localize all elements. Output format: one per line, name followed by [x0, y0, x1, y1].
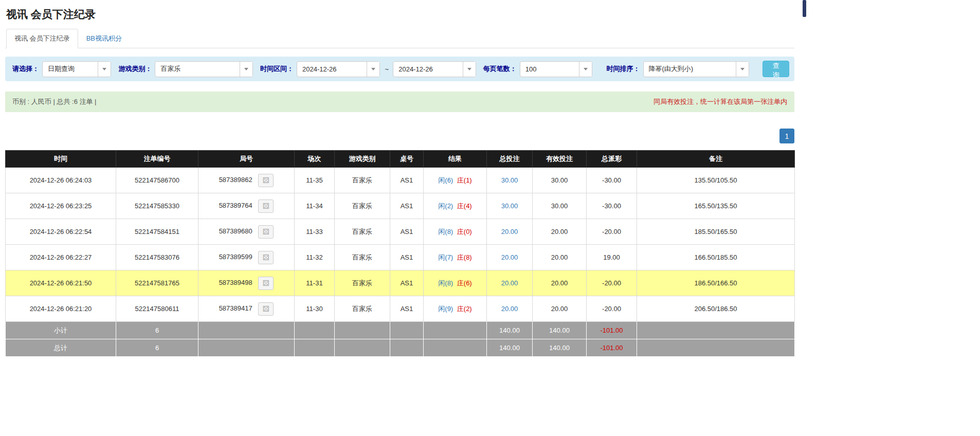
- round-replay-icon[interactable]: ⚄: [258, 251, 274, 264]
- cell-table-number: AS1: [390, 168, 424, 193]
- date-to-select[interactable]: 2024-12-26: [393, 61, 476, 77]
- summary-empty-cell: [424, 339, 487, 357]
- cell-valid-bet: 20.00: [533, 219, 587, 245]
- summary-total-bet: 140.00: [487, 339, 533, 357]
- cell-payout: -30.00: [587, 193, 637, 219]
- round-id-value: 587389498: [219, 279, 252, 286]
- result-player: 闲(2): [438, 202, 453, 210]
- cell-round-id: 587389599 ⚄: [198, 245, 295, 270]
- result-banker: 庄(6): [457, 279, 472, 287]
- sort-order-value: 降幂(由大到小): [644, 64, 698, 74]
- cell-session: 11-33: [295, 219, 335, 245]
- cell-game-type: 百家乐: [335, 193, 390, 219]
- tab-bar: 视讯 会员下注纪录 BB视讯积分: [5, 29, 794, 48]
- cell-table-number: AS1: [390, 270, 424, 296]
- column-header: 时间: [6, 151, 116, 168]
- total-bet-link[interactable]: 20.00: [501, 253, 518, 261]
- cell-result: 闲(7) 庄(8): [424, 245, 487, 270]
- summary-empty-cell: [390, 322, 424, 339]
- cell-time: 2024-12-26 06:24:03: [6, 168, 116, 193]
- total-bet-link[interactable]: 30.00: [501, 202, 518, 210]
- summary-payout: -101.00: [587, 339, 637, 357]
- table-row: 2024-12-26 06:22:54 522147584151 5873896…: [6, 219, 795, 245]
- content-panel: 视讯 会员下注纪录 视讯 会员下注纪录 BB视讯积分 请选择： 日期查询 游戏类…: [0, 0, 800, 436]
- cell-table-number: AS1: [390, 245, 424, 270]
- total-bet-link[interactable]: 30.00: [501, 176, 518, 184]
- column-header: 有效投注: [533, 151, 587, 168]
- page-size-select[interactable]: 100: [520, 61, 592, 77]
- summary-valid-bet: 140.00: [533, 339, 587, 357]
- summary-valid-bet: 140.00: [533, 322, 587, 339]
- scrollbar[interactable]: [802, 0, 807, 436]
- summary-empty-cell: [295, 339, 335, 357]
- scrollbar-thumb[interactable]: [803, 0, 806, 17]
- round-id-value: 587389599: [219, 253, 252, 261]
- round-replay-icon[interactable]: ⚄: [258, 302, 274, 316]
- cell-remark: 165.50/135.50: [637, 193, 795, 219]
- summary-bar: 币别 : 人民币 | 总共 :6 注单 | 同局有效投注，统一计算在该局第一张注…: [5, 92, 794, 112]
- result-player: 闲(7): [438, 253, 453, 261]
- date-range-separator: ~: [385, 65, 389, 73]
- valid-bet-notice: 同局有效投注，统一计算在该局第一张注单内: [654, 97, 787, 106]
- round-id-value: 587389417: [219, 304, 252, 312]
- page-size-label: 每页笔数：: [483, 64, 517, 74]
- total-bet-link[interactable]: 20.00: [501, 228, 518, 235]
- cell-time: 2024-12-26 06:21:50: [6, 270, 116, 296]
- cell-round-id: 587389764 ⚄: [198, 193, 295, 219]
- round-replay-icon[interactable]: ⚄: [258, 199, 274, 213]
- summary-label: 小计: [6, 322, 116, 339]
- summary-empty-cell: [424, 322, 487, 339]
- cell-payout: -30.00: [587, 168, 637, 193]
- result-player: 闲(6): [438, 176, 453, 184]
- summary-empty-cell: [637, 339, 795, 357]
- cell-table-number: AS1: [390, 219, 424, 245]
- summary-empty-cell: [390, 339, 424, 357]
- round-replay-icon[interactable]: ⚄: [258, 225, 274, 239]
- cell-remark: 185.50/165.50: [637, 219, 795, 245]
- table-row: 2024-12-26 06:22:27 522147583076 5873895…: [6, 245, 795, 270]
- table-row: 2024-12-26 06:24:03 522147586700 5873898…: [6, 168, 795, 193]
- cell-bet-id: 522147585330: [116, 193, 198, 219]
- currency-total-text: 币别 : 人民币 | 总共 :6 注单 |: [12, 97, 97, 106]
- query-type-select[interactable]: 日期查询: [42, 61, 111, 77]
- result-banker: 庄(0): [457, 228, 472, 235]
- cell-round-id: 587389680 ⚄: [198, 219, 295, 245]
- cell-total-bet: 20.00: [487, 219, 533, 245]
- result-player: 闲(8): [438, 228, 453, 235]
- round-replay-icon[interactable]: ⚄: [258, 277, 274, 290]
- date-from-select[interactable]: 2024-12-26: [297, 61, 380, 77]
- summary-label: 总计: [6, 339, 116, 357]
- cell-valid-bet: 20.00: [533, 296, 587, 322]
- table-header-row: 时间注单编号局号场次游戏类别桌号结果总投注有效投注总派彩备注: [6, 151, 795, 168]
- tab-betting-records[interactable]: 视讯 会员下注纪录: [6, 29, 78, 48]
- total-bet-link[interactable]: 20.00: [501, 305, 518, 313]
- table-body: 2024-12-26 06:24:03 522147586700 5873898…: [6, 168, 795, 357]
- search-button[interactable]: 查询: [763, 61, 789, 77]
- result-player: 闲(8): [438, 279, 453, 287]
- cell-session: 11-34: [295, 193, 335, 219]
- chevron-down-icon: [463, 62, 476, 77]
- round-replay-icon[interactable]: ⚄: [258, 174, 274, 187]
- total-bet-link[interactable]: 20.00: [501, 279, 518, 287]
- cell-time: 2024-12-26 06:22:54: [6, 219, 116, 245]
- page-1-button[interactable]: 1: [779, 129, 794, 143]
- result-banker: 庄(8): [457, 253, 472, 261]
- cell-time: 2024-12-26 06:23:25: [6, 193, 116, 219]
- query-type-label: 请选择：: [12, 64, 39, 74]
- column-header: 总投注: [487, 151, 533, 168]
- summary-total-row: 小计 6 140.00 140.00 -101.00: [6, 322, 795, 339]
- cell-total-bet: 20.00: [487, 270, 533, 296]
- cell-game-type: 百家乐: [335, 270, 390, 296]
- sort-order-select[interactable]: 降幂(由大到小): [643, 61, 750, 77]
- cell-valid-bet: 20.00: [533, 270, 587, 296]
- game-type-select[interactable]: 百家乐: [155, 61, 253, 77]
- summary-empty-cell: [295, 322, 335, 339]
- cell-round-id: 587389862 ⚄: [198, 168, 295, 193]
- chevron-down-icon: [579, 62, 592, 77]
- cell-round-id: 587389498 ⚄: [198, 270, 295, 296]
- game-type-label: 游戏类别：: [118, 64, 152, 74]
- tab-bb-video-points[interactable]: BB视讯积分: [78, 29, 130, 48]
- query-type-value: 日期查询: [43, 64, 79, 74]
- column-header: 局号: [198, 151, 295, 168]
- result-banker: 庄(2): [457, 305, 472, 313]
